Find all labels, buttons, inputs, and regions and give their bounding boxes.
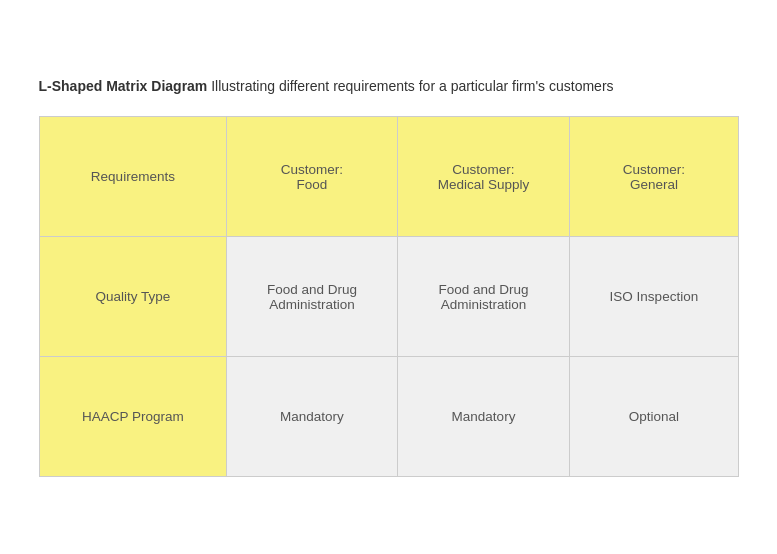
title-row: L-Shaped Matrix Diagram Illustrating dif… [39, 77, 739, 97]
title-regular: Illustrating different requirements for … [207, 78, 613, 94]
table-row-haacp: HAACP Program Mandatory Mandatory Option… [39, 357, 738, 477]
row-haacp-general: Optional [570, 357, 738, 477]
row-quality-food: Food and Drug Administration [227, 237, 397, 357]
header-row: Requirements Customer: Food Customer: Me… [39, 117, 738, 237]
matrix-table: Requirements Customer: Food Customer: Me… [39, 116, 739, 477]
row-haacp-food: Mandatory [227, 357, 397, 477]
row-quality-header: Quality Type [39, 237, 227, 357]
row-quality-general: ISO Inspection [570, 237, 738, 357]
header-customer-medical-line2: Medical Supply [438, 177, 530, 192]
header-customer-food-line1: Customer: [281, 162, 343, 177]
table-row-quality: Quality Type Food and Drug Administratio… [39, 237, 738, 357]
row-quality-medical: Food and Drug Administration [397, 237, 570, 357]
header-customer-food-line2: Food [297, 177, 328, 192]
page-container: L-Shaped Matrix Diagram Illustrating dif… [29, 57, 749, 498]
header-customer-general: Customer: General [570, 117, 738, 237]
header-customer-medical-line1: Customer: [452, 162, 514, 177]
header-customer-food: Customer: Food [227, 117, 397, 237]
row-haacp-medical: Mandatory [397, 357, 570, 477]
row-quality-medical-line1: Food and Drug [438, 282, 528, 297]
row-quality-food-line1: Food and Drug [267, 282, 357, 297]
header-customer-general-line2: General [630, 177, 678, 192]
header-requirements: Requirements [39, 117, 227, 237]
row-quality-medical-line2: Administration [441, 297, 527, 312]
row-haacp-header: HAACP Program [39, 357, 227, 477]
header-customer-medical: Customer: Medical Supply [397, 117, 570, 237]
row-quality-food-line2: Administration [269, 297, 355, 312]
header-customer-general-line1: Customer: [623, 162, 685, 177]
title-bold: L-Shaped Matrix Diagram [39, 78, 208, 94]
